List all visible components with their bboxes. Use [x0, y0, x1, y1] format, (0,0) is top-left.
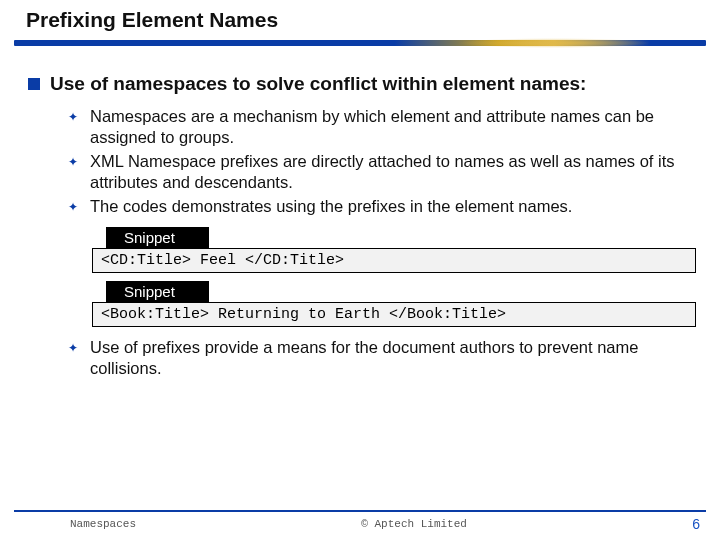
closing-point-text: Use of prefixes provide a means for the …: [90, 337, 696, 379]
list-item: ✦ Use of prefixes provide a means for th…: [68, 337, 696, 379]
list-item: ✦ Namespaces are a mechanism by which el…: [68, 106, 696, 148]
slide-title: Prefixing Element Names: [26, 8, 720, 32]
bullet-level1: Use of namespaces to solve conflict with…: [28, 72, 696, 96]
code-snippet: <Book:Title> Returning to Earth </Book:T…: [92, 302, 696, 327]
diamond-bullet-icon: ✦: [68, 343, 78, 353]
subpoint-text: The codes demonstrates using the prefixe…: [90, 196, 572, 217]
list-item: ✦ XML Namespace prefixes are directly at…: [68, 151, 696, 193]
slide: Prefixing Element Names Use of namespace…: [0, 0, 720, 540]
diamond-bullet-icon: ✦: [68, 112, 78, 122]
footer-center: © Aptech Limited: [136, 518, 692, 530]
subpoint-text: XML Namespace prefixes are directly atta…: [90, 151, 696, 193]
subpoint-text: Namespaces are a mechanism by which elem…: [90, 106, 696, 148]
page-number: 6: [692, 516, 700, 532]
slide-body: Use of namespaces to solve conflict with…: [0, 48, 720, 380]
footer: Namespaces © Aptech Limited 6: [0, 512, 720, 536]
snippet-block: Snippet <CD:Title> Feel </CD:Title>: [92, 227, 696, 273]
list-item: ✦ The codes demonstrates using the prefi…: [68, 196, 696, 217]
code-snippet: <CD:Title> Feel </CD:Title>: [92, 248, 696, 273]
snippet-label: Snippet: [106, 227, 209, 248]
subpoint-list: ✦ Namespaces are a mechanism by which el…: [68, 106, 696, 218]
snippet-block: Snippet <Book:Title> Returning to Earth …: [92, 281, 696, 327]
main-point-text: Use of namespaces to solve conflict with…: [50, 72, 586, 96]
square-bullet-icon: [28, 78, 40, 90]
closing-list: ✦ Use of prefixes provide a means for th…: [68, 337, 696, 379]
snippet-label: Snippet: [106, 281, 209, 302]
diamond-bullet-icon: ✦: [68, 202, 78, 212]
footer-left: Namespaces: [70, 518, 136, 530]
diamond-bullet-icon: ✦: [68, 157, 78, 167]
title-bar: Prefixing Element Names: [0, 0, 720, 48]
title-underline: [14, 40, 706, 46]
